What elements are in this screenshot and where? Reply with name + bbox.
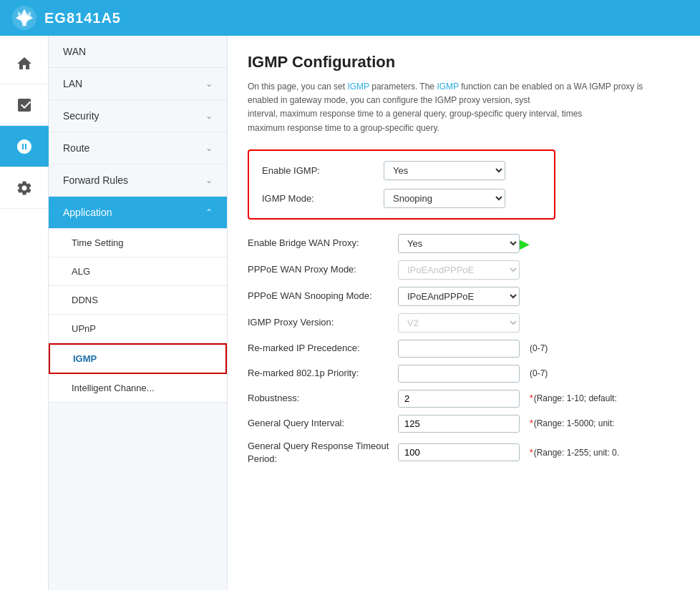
content-area: IGMP Configuration On this page, you can… xyxy=(228,36,700,590)
nav-item-forward-rules[interactable]: Forward Rules ⌄ xyxy=(49,164,227,197)
remarked-8021p-input[interactable] xyxy=(398,365,520,383)
igmp-mode-row: IGMP Mode: Snooping Proxy xyxy=(262,189,541,208)
nav-label-lan: LAN xyxy=(63,78,82,89)
sidebar-icon-home[interactable] xyxy=(0,43,49,84)
sub-nav-intelligent-channel[interactable]: Intelligent Channe... xyxy=(49,374,227,403)
sidebar-icons xyxy=(0,36,49,590)
igmp-link-2: IGMP xyxy=(437,82,458,92)
nav-item-route[interactable]: Route ⌄ xyxy=(49,132,227,164)
remarked-8021p-hint: (0-7) xyxy=(530,368,548,378)
robustness-hint: (Range: 1-10; default: xyxy=(530,393,617,403)
sidebar-nav: WAN LAN ⌄ Security ⌄ Route ⌄ Forward Rul… xyxy=(49,36,228,590)
nav-item-security[interactable]: Security ⌄ xyxy=(49,100,227,132)
pppoe-proxy-mode-row: PPPoE WAN Proxy Mode: IPoEAndPPPoE xyxy=(248,260,680,280)
sub-nav-igmp[interactable]: IGMP xyxy=(49,343,227,374)
general-query-interval-row: General Query Interval: (Range: 1-5000; … xyxy=(248,415,680,433)
igmp-config-box: Enable IGMP: Yes No IGMP Mode: Snooping … xyxy=(248,149,555,220)
sub-nav-label-ddns: DDNS xyxy=(72,295,98,305)
general-query-interval-input[interactable] xyxy=(398,415,520,433)
nav-label-route: Route xyxy=(63,142,89,154)
sub-nav-label-alg: ALG xyxy=(72,266,90,277)
settings-icon xyxy=(16,138,33,155)
sub-nav-label-time-setting: Time Setting xyxy=(72,237,124,248)
remarked-ip-input[interactable] xyxy=(398,340,520,358)
sub-nav-alg[interactable]: ALG xyxy=(49,257,227,286)
nav-label-security: Security xyxy=(63,110,99,122)
igmp-mode-select[interactable]: Snooping Proxy xyxy=(384,189,505,208)
page-description: On this page, you can set IGMP parameter… xyxy=(248,80,648,135)
general-query-response-input[interactable] xyxy=(398,443,520,461)
sub-nav-upnp[interactable]: UPnP xyxy=(49,315,227,343)
bridge-wan-proxy-row: Enable Bridge WAN Proxy: YesNo ▶ xyxy=(248,234,680,253)
header: EG8141A5 xyxy=(0,0,700,36)
sidebar-icon-forward-rules[interactable] xyxy=(0,126,49,167)
sub-nav-label-upnp: UPnP xyxy=(72,323,96,334)
robustness-input[interactable] xyxy=(398,390,520,408)
igmp-proxy-version-select[interactable]: V2V3 xyxy=(398,313,520,333)
enable-igmp-select[interactable]: Yes No xyxy=(384,161,505,180)
sub-nav-label-igmp: IGMP xyxy=(73,353,97,364)
remarked-ip-hint: (0-7) xyxy=(530,343,548,353)
logo: EG8141A5 xyxy=(11,5,121,31)
sidebar-icon-status[interactable] xyxy=(0,84,49,126)
igmp-link-1: IGMP xyxy=(347,82,369,92)
enable-igmp-label: Enable IGMP: xyxy=(262,165,376,176)
igmp-proxy-version-label: IGMP Proxy Version: xyxy=(248,316,391,329)
sidebar-icon-gear[interactable] xyxy=(0,167,49,209)
general-query-interval-hint: (Range: 1-5000; unit: xyxy=(530,418,614,428)
general-query-interval-label: General Query Interval: xyxy=(248,417,391,430)
nav-label-application: Application xyxy=(63,207,112,218)
desc-cont-3: maximum response time to a group-specifi… xyxy=(248,123,439,133)
general-query-response-hint: (Range: 1-255; unit: 0. xyxy=(530,448,619,458)
chevron-down-icon: ⌄ xyxy=(205,143,213,153)
remarked-8021p-label: Re-marked 802.1p Priority: xyxy=(248,367,391,380)
igmp-proxy-version-row: IGMP Proxy Version: V2V3 xyxy=(248,313,680,333)
nav-label-wan: WAN xyxy=(63,46,86,57)
robustness-label: Robustness: xyxy=(248,392,391,405)
home-icon xyxy=(16,55,33,72)
nav-item-application[interactable]: Application ⌃ xyxy=(49,197,227,229)
chevron-up-icon: ⌃ xyxy=(205,207,213,217)
sub-nav-ddns[interactable]: DDNS xyxy=(49,286,227,315)
remarked-8021p-row: Re-marked 802.1p Priority: (0-7) xyxy=(248,365,680,383)
general-query-response-label: General Query Response Timeout Period: xyxy=(248,440,391,466)
sub-nav-label-intelligent-channel: Intelligent Channe... xyxy=(72,383,155,393)
sub-nav-time-setting[interactable]: Time Setting xyxy=(49,229,227,257)
general-query-response-row: General Query Response Timeout Period: (… xyxy=(248,440,680,466)
full-config: Enable Bridge WAN Proxy: YesNo ▶ PPPoE W… xyxy=(248,234,680,466)
cursor-icon: ▶ xyxy=(520,236,530,252)
chevron-down-icon: ⌄ xyxy=(205,79,213,89)
remarked-ip-precedence-row: Re-marked IP Precedence: (0-7) xyxy=(248,340,680,358)
nav-label-forward-rules: Forward Rules xyxy=(63,174,128,186)
nav-item-wan[interactable]: WAN xyxy=(49,36,227,68)
header-title: EG8141A5 xyxy=(44,10,121,26)
plus-box-icon xyxy=(16,97,33,114)
pppoe-proxy-mode-select[interactable]: IPoEAndPPPoE xyxy=(398,260,520,280)
pppoe-snooping-mode-row: PPPoE WAN Snooping Mode: IPoEAndPPPoE xyxy=(248,287,680,306)
pppoe-proxy-mode-label: PPPoE WAN Proxy Mode: xyxy=(248,263,391,276)
nav-item-lan[interactable]: LAN ⌄ xyxy=(49,68,227,100)
huawei-logo-icon xyxy=(11,5,37,31)
chevron-down-icon: ⌄ xyxy=(205,175,213,185)
pppoe-snooping-mode-select[interactable]: IPoEAndPPPoE xyxy=(398,287,520,306)
gear-icon xyxy=(16,180,33,197)
robustness-row: Robustness: (Range: 1-10; default: xyxy=(248,390,680,408)
bridge-wan-proxy-select[interactable]: YesNo xyxy=(398,234,520,253)
main-layout: WAN LAN ⌄ Security ⌄ Route ⌄ Forward Rul… xyxy=(0,36,700,590)
remarked-ip-label: Re-marked IP Precedence: xyxy=(248,342,391,355)
desc-cont-2: interval, maximum response time to a gen… xyxy=(248,109,582,119)
enable-igmp-row: Enable IGMP: Yes No xyxy=(262,161,541,180)
bridge-wan-proxy-label: Enable Bridge WAN Proxy: xyxy=(248,237,391,250)
pppoe-snooping-mode-label: PPPoE WAN Snooping Mode: xyxy=(248,290,391,303)
page-title: IGMP Configuration xyxy=(248,53,680,72)
igmp-mode-label: IGMP Mode: xyxy=(262,193,376,204)
chevron-down-icon: ⌄ xyxy=(205,111,213,121)
